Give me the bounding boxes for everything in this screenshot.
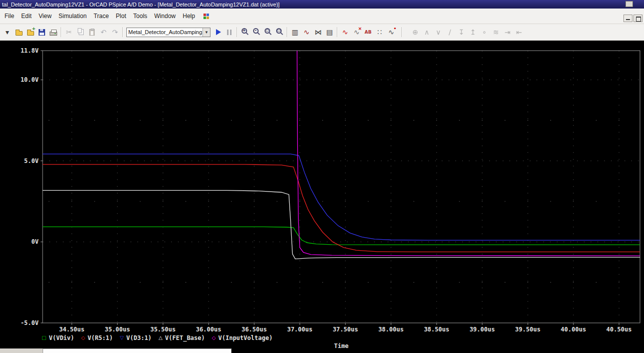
x-tick-label: 38.50us [424,326,450,333]
append-file-icon [27,31,34,36]
toolbar-separator [237,27,238,37]
run-simulation-icon [216,29,221,35]
mdi-child-icon [203,14,206,16]
x-tick-label: 36.00us [196,326,222,333]
zoom-fit-icon: ▭ [276,28,282,34]
append-file-overlay-icon: + [32,27,36,31]
add-trace-icon: ∿ [342,29,348,36]
evaluate-measurement-overlay-icon: • [393,27,396,31]
zoom-in-button[interactable]: + [239,27,251,38]
mdi-minimize-button[interactable] [623,15,632,22]
view-fft-icon: ∿ [304,29,310,36]
undo-icon: ↶ [101,29,107,36]
mark-data-points-button[interactable]: ∷ [374,27,385,38]
zoom-area-icon: ▫ [265,28,270,34]
delete-trace-button[interactable]: ∿× [351,27,362,38]
cursor-search-icon: ≋ [493,29,499,36]
zoom-out-icon: - [253,28,259,34]
run-simulation-button[interactable] [212,27,224,38]
cursor-next-transition-icon: ⇥ [505,29,511,36]
cursor-min-button: ↧ [456,27,467,38]
x-tick-label: 38.00us [378,326,404,333]
cursor-slope-icon: ∕ [449,29,451,36]
x-tick-label: 37.50us [333,326,358,333]
cursor-max-button: ↥ [467,27,479,38]
menu-file[interactable]: File [1,11,18,22]
menu-simulation[interactable]: Simulation [55,11,90,22]
plot-grid [43,51,640,323]
toggle-cursor-button: ⊕ [409,27,421,38]
legend-marker-icon: ◇ [81,335,85,340]
zoom-in-icon: + [242,28,247,34]
add-text-label-icon: AB [365,30,372,35]
status-strip [0,348,43,353]
zoom-out-button[interactable]: - [251,27,262,38]
legend-item-1[interactable]: ◇V(R5:1) [81,334,113,341]
save-button[interactable] [36,27,48,38]
view-simulation-results-button[interactable]: ▥ [289,27,301,38]
menu-window[interactable]: Window [151,11,179,22]
menu-view[interactable]: View [35,11,55,22]
simulation-profile-value: Metal_Detector_AutoDamping12V [127,29,202,35]
legend-label: V(D3:1) [126,334,152,341]
menu-tools[interactable]: Tools [130,11,151,22]
x-tick-label: 39.00us [470,326,495,333]
plot-canvas[interactable]: 34.50us35.00us35.50us36.00us36.50us37.00… [0,41,644,353]
copy-button [75,27,86,38]
window-title: tal_Detector_AutoDamping12VZ1 - OrCAD PS… [2,2,280,8]
menu-plot[interactable]: Plot [112,11,130,22]
plot-area[interactable]: 34.50us35.00us35.50us36.00us36.50us37.00… [0,41,644,353]
legend-item-4[interactable]: ◇V(InputVoltage) [212,334,273,341]
add-text-label-button[interactable]: AB [362,27,374,38]
pause-simulation-icon [227,30,232,35]
open-button[interactable] [13,27,25,38]
append-file-button[interactable]: + [25,27,36,38]
mark-data-points-icon: ∷ [377,29,382,36]
toolbar-separator [122,27,123,37]
cursor-point-button: ∘ [479,27,490,38]
cursor-trough-icon: ∨ [436,29,441,36]
view-output-window-button[interactable]: ▤ [324,27,335,38]
y-tick-label: 11.8V [21,47,39,54]
x-tick-label: 35.50us [150,326,176,333]
cursor-slope-button: ∕ [444,27,456,38]
print-button[interactable] [48,27,59,38]
x-tick-label: 40.50us [606,326,632,333]
performance-analysis-icon: ⋈ [315,29,322,36]
zoom-area-button[interactable]: ▫ [262,27,274,38]
legend-marker-icon: ▽ [120,335,124,340]
mdi-restore-button[interactable] [633,15,642,22]
simulation-profile-select[interactable]: Metal_Detector_AutoDamping12V▾ [126,28,210,37]
waveform-trace-V(R5:1) [43,164,640,252]
legend-marker-icon: △ [159,335,163,340]
legend-item-3[interactable]: △V(FET_Base) [159,334,205,341]
legend-item-0[interactable]: □V(VDiv) [42,334,74,341]
zoom-fit-button[interactable]: ▭ [274,27,285,38]
x-tick-label: 35.00us [105,326,130,333]
performance-analysis-button[interactable]: ⋈ [312,27,324,38]
cursor-next-transition-button: ⇥ [502,27,513,38]
evaluate-measurement-button[interactable]: ∿• [385,27,397,38]
x-tick-label: 36.50us [242,326,267,333]
legend-item-2[interactable]: ▽V(D3:1) [120,334,151,341]
menu-help[interactable]: Help [179,11,198,22]
save-icon [39,29,45,36]
combo-dropdown-icon[interactable]: ▾ [202,28,210,37]
cursor-trough-button: ∨ [433,27,444,38]
cursor-point-icon: ∘ [482,29,487,36]
toolbar-options-icon: ▾ [6,29,9,36]
toolbar-options-button[interactable]: ▾ [2,27,13,38]
menu-trace[interactable]: Trace [90,11,112,22]
redo-button: ↷ [109,27,121,38]
add-trace-button[interactable]: ∿ [339,27,351,38]
legend-marker-icon: ◇ [212,335,216,340]
titlebar-close-button[interactable] [625,1,633,7]
waveform-trace-V(D3:1) [43,154,640,240]
y-tick-label: 10.0V [21,76,39,83]
view-fft-button[interactable]: ∿ [301,27,312,38]
x-tick-label: 39.50us [515,326,541,333]
trace-legend: □V(VDiv)◇V(R5:1)▽V(D3:1)△V(FET_Base)◇V(I… [42,334,280,341]
cursor-peak-button: ∧ [421,27,433,38]
menu-edit[interactable]: Edit [18,11,35,22]
y-tick-label: 0V [32,238,39,245]
